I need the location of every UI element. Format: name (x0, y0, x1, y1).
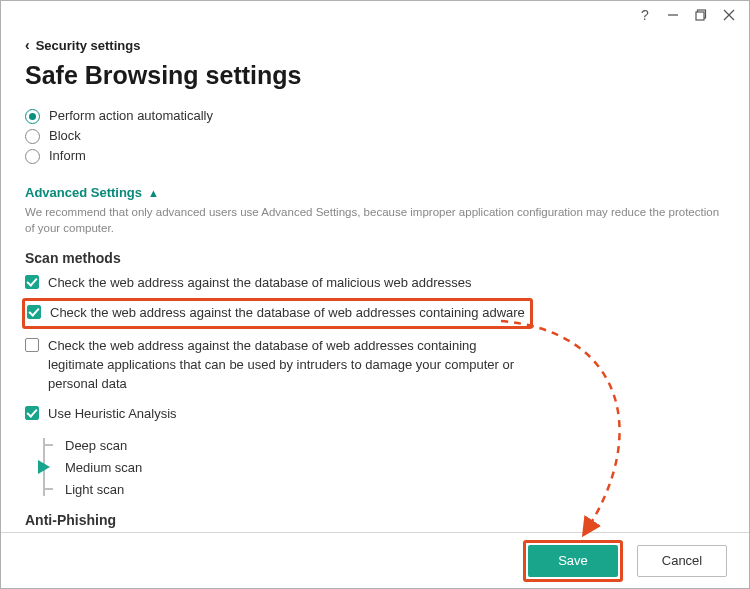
scan-level-label: Light scan (65, 482, 124, 497)
maximize-icon[interactable] (687, 4, 715, 26)
checkbox-icon (25, 406, 39, 420)
annotation-highlight: Save (523, 540, 623, 582)
radio-label: Block (49, 128, 81, 143)
advanced-settings-toggle[interactable]: Advanced Settings ▲ (25, 185, 725, 200)
radio-label: Inform (49, 148, 86, 163)
radio-inform[interactable]: Inform (25, 148, 725, 163)
slider-tick-icon (43, 488, 53, 490)
scan-level-label: Medium scan (65, 460, 142, 475)
radio-perform-auto[interactable]: Perform action automatically (25, 108, 725, 123)
checkbox-icon (25, 275, 39, 289)
radio-icon (25, 109, 40, 124)
checkbox-icon (27, 305, 41, 319)
page-title: Safe Browsing settings (25, 61, 725, 90)
scan-level-medium[interactable]: Medium scan (65, 456, 725, 478)
scan-level-deep[interactable]: Deep scan (65, 434, 725, 456)
chevron-up-icon: ▲ (148, 187, 159, 199)
annotation-highlight: Check the web address against the databa… (22, 298, 533, 329)
anti-phishing-heading: Anti-Phishing (25, 512, 725, 528)
help-icon[interactable]: ? (631, 4, 659, 26)
checkbox-label: Use Heuristic Analysis (48, 405, 177, 424)
scan-level-label: Deep scan (65, 438, 127, 453)
radio-label: Perform action automatically (49, 108, 213, 123)
slider-tick-icon (43, 444, 53, 446)
window-titlebar: ? (1, 1, 749, 29)
scan-methods-heading: Scan methods (25, 250, 725, 266)
radio-icon (25, 129, 40, 144)
advanced-settings-label: Advanced Settings (25, 185, 142, 200)
checkbox-label: Check the web address against the databa… (48, 337, 528, 394)
checkbox-adware-db[interactable]: Check the web address against the databa… (27, 304, 525, 323)
scan-level-light[interactable]: Light scan (65, 478, 725, 500)
svg-rect-2 (696, 12, 704, 20)
breadcrumb-back[interactable]: ‹ Security settings (25, 37, 725, 53)
breadcrumb-label: Security settings (36, 38, 141, 53)
close-icon[interactable] (715, 4, 743, 26)
checkbox-malicious-db[interactable]: Check the web address against the databa… (25, 274, 725, 293)
chevron-left-icon: ‹ (25, 37, 30, 53)
checkbox-label: Check the web address against the databa… (50, 304, 525, 323)
checkbox-heuristic[interactable]: Use Heuristic Analysis (25, 405, 725, 424)
minimize-icon[interactable] (659, 4, 687, 26)
cancel-button[interactable]: Cancel (637, 545, 727, 577)
footer-bar: Save Cancel (1, 532, 749, 588)
radio-icon (25, 149, 40, 164)
checkbox-icon (25, 338, 39, 352)
slider-marker-icon (38, 460, 50, 474)
radio-block[interactable]: Block (25, 128, 725, 143)
checkbox-legitimate-apps-db[interactable]: Check the web address against the databa… (25, 337, 725, 394)
checkbox-label: Check the web address against the databa… (48, 274, 471, 293)
advanced-settings-note: We recommend that only advanced users us… (25, 204, 725, 236)
save-button[interactable]: Save (528, 545, 618, 577)
scan-depth-slider[interactable]: Deep scan Medium scan Light scan (43, 434, 725, 500)
